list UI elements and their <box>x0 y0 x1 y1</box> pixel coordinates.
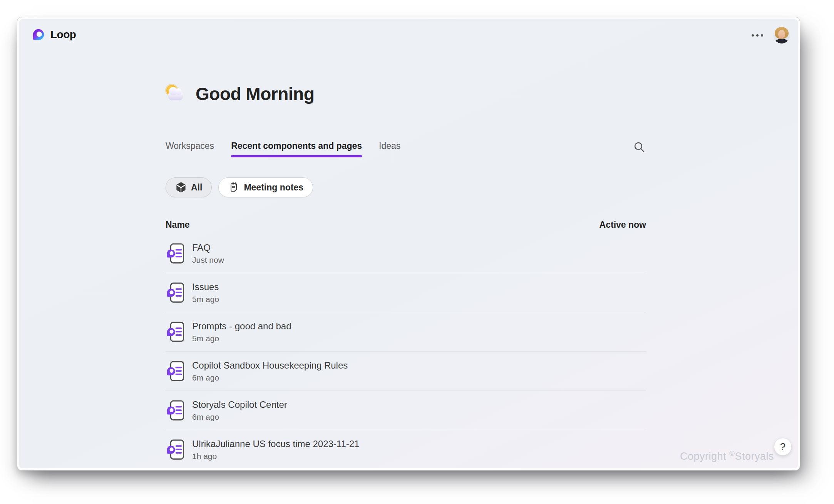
row-title: Copilot Sandbox Housekeeping Rules <box>192 360 348 371</box>
copyright-watermark: Copyright ©Storyals <box>680 449 774 462</box>
loop-page-icon <box>166 360 185 382</box>
row-time: Just now <box>192 255 224 265</box>
app-title: Loop <box>50 28 76 41</box>
list-item[interactable]: Copilot Sandbox Housekeeping Rules 6m ag… <box>166 352 646 391</box>
recent-list: FAQ Just now Issues 5m ago <box>166 234 646 468</box>
loop-page-icon <box>166 282 185 304</box>
ellipsis-icon <box>752 34 754 37</box>
search-button[interactable] <box>632 140 646 154</box>
list-header: Name Active now <box>166 220 646 230</box>
row-title: Storyals Copilot Center <box>192 399 287 410</box>
filter-chip-all[interactable]: All <box>166 177 212 197</box>
row-time: 5m ago <box>192 334 291 343</box>
name-column-header: Name <box>166 220 190 230</box>
loop-page-icon <box>166 399 185 422</box>
loop-app-window: Loop Good Morning Workspaces Recent comp… <box>17 17 800 471</box>
tab-workspaces[interactable]: Workspaces <box>166 141 214 157</box>
notepad-icon <box>228 182 239 193</box>
app-surface: Loop Good Morning Workspaces Recent comp… <box>19 19 798 468</box>
row-time: 6m ago <box>192 412 287 422</box>
loop-page-icon <box>166 439 185 461</box>
row-time: 5m ago <box>192 295 219 304</box>
list-item[interactable]: Storyals Copilot Center 6m ago <box>166 391 646 430</box>
list-item[interactable]: FAQ Just now <box>166 234 646 273</box>
loop-logo-icon <box>32 28 45 42</box>
tabs: Workspaces Recent components and pages I… <box>166 141 400 157</box>
row-time: 1h ago <box>192 452 359 461</box>
tab-ideas[interactable]: Ideas <box>379 141 400 157</box>
loop-page-icon <box>166 321 185 343</box>
avatar-body <box>775 39 788 43</box>
avatar[interactable] <box>773 27 790 43</box>
row-time: 6m ago <box>192 373 348 382</box>
cube-icon <box>175 182 187 193</box>
copyright-symbol: © <box>729 449 735 457</box>
sun-behind-cloud-icon <box>166 84 186 103</box>
page-title: Good Morning <box>196 83 314 104</box>
search-icon <box>633 141 646 154</box>
filter-chip-label: All <box>191 182 202 193</box>
question-mark-icon: ? <box>780 441 785 453</box>
filter-chip-meeting-notes[interactable]: Meeting notes <box>218 177 313 197</box>
greeting: Good Morning <box>166 82 646 105</box>
help-button[interactable]: ? <box>774 438 792 456</box>
filter-chip-label: Meeting notes <box>244 182 303 193</box>
row-title: Issues <box>192 282 219 292</box>
loop-page-icon <box>166 242 185 265</box>
tabs-row: Workspaces Recent components and pages I… <box>166 141 646 157</box>
row-title: FAQ <box>192 242 224 253</box>
tab-recent-components-and-pages[interactable]: Recent components and pages <box>231 141 362 157</box>
row-title: UlrikaJulianne US focus time 2023-11-21 <box>192 439 359 449</box>
avatar-face <box>778 30 785 38</box>
active-now-column-header: Active now <box>600 220 646 230</box>
app-brand: Loop <box>32 28 76 42</box>
more-options-button[interactable] <box>750 29 765 42</box>
main-content: Good Morning Workspaces Recent component… <box>166 19 646 468</box>
filter-chips: All Meeting notes <box>166 177 646 197</box>
row-title: Prompts - good and bad <box>192 321 291 332</box>
list-item[interactable]: Prompts - good and bad 5m ago <box>166 312 646 352</box>
list-item[interactable]: UlrikaJulianne US focus time 2023-11-21 … <box>166 430 646 468</box>
list-item[interactable]: Issues 5m ago <box>166 273 646 312</box>
